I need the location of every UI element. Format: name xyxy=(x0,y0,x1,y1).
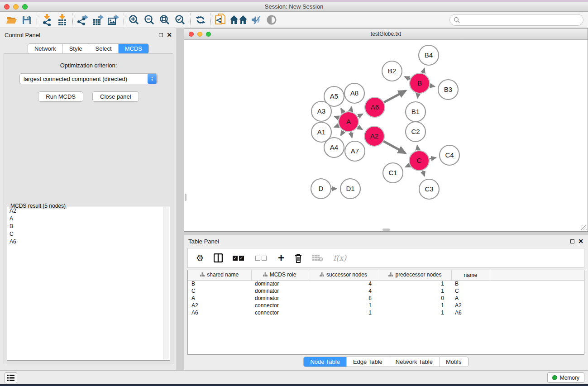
select-all-button[interactable]: ✓✓ xyxy=(233,256,245,261)
run-mcds-button[interactable]: Run MCDS xyxy=(38,91,83,102)
export-image-button[interactable] xyxy=(106,13,121,27)
zoom-in-button[interactable] xyxy=(126,13,142,27)
close-window-button[interactable] xyxy=(4,4,10,10)
export-network-button[interactable] xyxy=(75,13,91,27)
network-minimize-button[interactable] xyxy=(197,32,202,37)
table-row[interactable]: Bdominator41B xyxy=(188,280,584,287)
table-row[interactable]: A2connector11A2 xyxy=(188,302,584,309)
graph-node-label-B: B xyxy=(417,79,422,87)
unchecked-box-icon xyxy=(255,256,260,261)
graph-edge-A-A4[interactable] xyxy=(341,131,344,135)
search-field[interactable] xyxy=(449,14,583,26)
zoom-fit-icon xyxy=(159,14,170,25)
optimization-criterion-dropdown[interactable]: largest connected component (directed) ▲… xyxy=(19,73,158,84)
graph-edge-A-A8[interactable] xyxy=(351,107,352,111)
zoom-selected-button[interactable] xyxy=(172,13,188,27)
graph-edge-A-A5[interactable] xyxy=(341,109,343,113)
open-file-button[interactable] xyxy=(4,13,19,27)
graph-edge-C-C1[interactable] xyxy=(406,165,410,167)
network-canvas[interactable]: B4B2BB3A8A5A6A3B1AC2A1A2A4A7C4CC1DD1C3 xyxy=(184,40,588,231)
column-header-successor-nodes[interactable]: successor nodes xyxy=(308,270,379,280)
column-header-mcds-role[interactable]: MCDS role xyxy=(251,270,308,280)
graph-edge-A-A6[interactable] xyxy=(358,114,363,117)
graph-edge-A-A7[interactable] xyxy=(351,132,352,137)
task-history-button[interactable] xyxy=(5,372,17,383)
network-maximize-button[interactable] xyxy=(206,32,211,37)
graph-node-label-B4: B4 xyxy=(425,51,433,59)
show-column-button[interactable] xyxy=(214,253,223,262)
float-panel-icon[interactable] xyxy=(159,33,163,37)
app-titlebar: Session: New Session xyxy=(0,2,588,12)
tab-style[interactable]: Style xyxy=(63,44,89,53)
mcds-result-item[interactable]: A6 xyxy=(8,238,163,246)
column-settings-button[interactable]: ⚙ xyxy=(196,253,204,263)
network-vertical-scrollbar[interactable] xyxy=(185,194,186,201)
graph-edge-C-C3[interactable] xyxy=(423,171,425,176)
graph-edge-A-A2[interactable] xyxy=(358,127,362,129)
network-graph[interactable]: B4B2BB3A8A5A6A3B1AC2A1A2A4A7C4CC1DD1C3 xyxy=(184,40,588,231)
mcds-result-item[interactable]: A2 xyxy=(8,207,163,215)
maximize-window-button[interactable] xyxy=(22,4,28,10)
zoom-out-button[interactable] xyxy=(142,13,157,27)
memory-button[interactable]: Memory xyxy=(547,372,584,383)
save-session-button[interactable] xyxy=(19,13,34,27)
import-network-button[interactable] xyxy=(39,13,55,27)
show-all-button[interactable] xyxy=(264,13,279,27)
graph-edge-A-A3[interactable] xyxy=(335,116,339,118)
mcds-list-scrollbar[interactable] xyxy=(163,207,169,359)
tab-network-table[interactable]: Network Table xyxy=(389,357,440,367)
import-network-icon xyxy=(42,14,52,26)
close-table-panel-icon[interactable]: ✕ xyxy=(578,239,583,243)
refresh-icon xyxy=(195,14,206,25)
column-header-predecessor-nodes[interactable]: predecessor nodes xyxy=(379,270,451,280)
tab-edge-table[interactable]: Edge Table xyxy=(347,357,389,367)
close-panel-icon[interactable]: ✕ xyxy=(167,33,172,37)
first-neighbors-button[interactable] xyxy=(229,13,249,27)
desktop-background-strip xyxy=(0,384,588,386)
graph-edge-C-C2[interactable] xyxy=(417,146,418,150)
minimize-window-button[interactable] xyxy=(13,4,19,10)
graph-edge-A-A1[interactable] xyxy=(335,125,339,127)
export-table-button[interactable] xyxy=(91,13,106,27)
tab-motifs[interactable]: Motifs xyxy=(440,357,468,367)
network-close-button[interactable] xyxy=(189,32,194,37)
window-resize-grip[interactable] xyxy=(581,225,587,230)
column-header-shared-name[interactable]: shared name xyxy=(188,270,251,280)
graph-edge-C-C4[interactable] xyxy=(430,157,436,158)
mcds-result-item[interactable]: B xyxy=(8,223,163,230)
main-toolbar xyxy=(0,12,588,28)
graph-edge-B-B4[interactable] xyxy=(423,69,424,74)
mcds-result-item[interactable]: C xyxy=(8,230,163,238)
table-row[interactable]: A6connector11A6 xyxy=(188,309,584,316)
apply-layout-button[interactable] xyxy=(193,13,208,27)
tab-node-table[interactable]: Node Table xyxy=(304,357,347,367)
column-header-filler xyxy=(490,270,584,280)
column-header-name[interactable]: name xyxy=(451,270,490,280)
graph-edge-B-B1[interactable] xyxy=(417,94,418,98)
add-column-button[interactable]: + xyxy=(278,253,284,262)
tab-select[interactable]: Select xyxy=(89,44,119,53)
graph-edge-A2-C[interactable] xyxy=(383,141,405,153)
zoom-fit-button[interactable] xyxy=(157,13,172,27)
graph-edge-B-B3[interactable] xyxy=(430,86,434,86)
export-image-icon xyxy=(108,14,120,25)
node-table[interactable]: shared name MCDS role successor nodes pr… xyxy=(187,270,584,355)
float-table-panel-icon[interactable] xyxy=(570,239,574,243)
deselect-all-button[interactable] xyxy=(255,256,268,261)
eye-icon xyxy=(266,14,277,25)
search-input[interactable] xyxy=(462,17,583,24)
table-row[interactable]: Adominator80A xyxy=(188,295,584,302)
clone-network-button[interactable] xyxy=(213,13,229,27)
delete-column-button[interactable] xyxy=(294,253,302,263)
mcds-result-item[interactable]: A xyxy=(8,215,163,223)
graph-edge-B-B2[interactable] xyxy=(405,77,410,79)
tab-mcds[interactable]: MCDS xyxy=(119,44,148,53)
import-table-button[interactable] xyxy=(55,13,70,27)
graph-edge-A6-B[interactable] xyxy=(384,91,406,103)
close-panel-button[interactable]: Close panel xyxy=(92,91,139,102)
hide-selected-button[interactable] xyxy=(249,13,264,27)
network-horizontal-scrollbar[interactable] xyxy=(382,229,390,231)
tab-network[interactable]: Network xyxy=(28,44,63,53)
toolbar-separator xyxy=(72,14,73,26)
table-row[interactable]: Cdominator41C xyxy=(188,287,584,295)
